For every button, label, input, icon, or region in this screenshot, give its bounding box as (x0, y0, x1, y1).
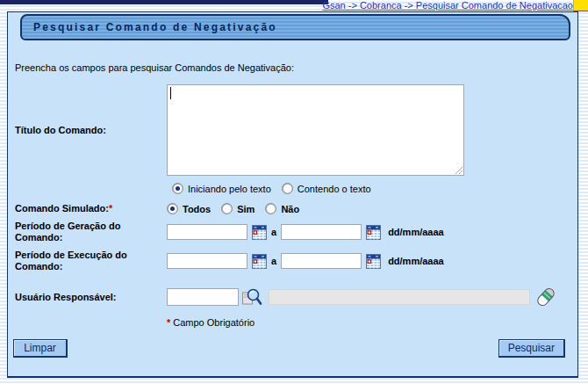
titulo-label: Título do Comando: (8, 125, 167, 136)
calendar-icon[interactable] (366, 225, 381, 240)
radio-label-todos: Todos (183, 204, 211, 214)
search-icon[interactable] (241, 287, 262, 307)
periodo-geracao-label: Período de Geração do Comando: (8, 221, 167, 243)
text-caret (170, 87, 171, 99)
texto-radio-group: Iniciando pelo texto Contendo o texto (8, 183, 577, 194)
radio-iniciando-pelo-texto[interactable] (172, 183, 183, 194)
corner-yellow-decoration (573, 0, 588, 11)
page-title: Pesquisar Comando de Negativação (22, 21, 277, 33)
date-format-hint: dd/mm/aaaa (388, 256, 444, 266)
simulado-label: Comando Simulado:* (8, 203, 167, 214)
page-title-bar: Pesquisar Comando de Negativação (20, 14, 570, 40)
breadcrumb[interactable]: Gsan -> Cobranca -> Pesquisar Comando de… (322, 0, 573, 11)
page-container: Pesquisar Comando de Negativação Preench… (7, 11, 578, 378)
radio-label-sim: Sim (237, 204, 255, 214)
calendar-icon[interactable] (252, 254, 267, 269)
date-range-separator: a (271, 227, 276, 237)
intro-text: Preencha os campos para pesquisar Comand… (15, 62, 294, 73)
intro-row: Preencha os campos para pesquisar Comand… (8, 62, 577, 73)
radio-simulado-sim[interactable] (221, 203, 233, 214)
simulado-required-mark: * (109, 203, 112, 214)
radio-label-nao: Não (281, 204, 299, 214)
execucao-data-final-input[interactable] (281, 253, 362, 269)
limpar-button[interactable]: Limpar (13, 339, 68, 358)
usuario-nome-field (269, 289, 530, 305)
radio-contendo-o-texto[interactable] (282, 183, 293, 194)
simulado-label-text: Comando Simulado: (15, 203, 109, 214)
titulo-row: Título do Comando: (8, 84, 577, 176)
radio-label-iniciando: Iniciando pelo texto (188, 184, 271, 194)
usuario-row: Usuário Responsável: (8, 286, 577, 308)
usuario-codigo-input[interactable] (167, 288, 239, 306)
required-note: * Campo Obrigatório (8, 317, 577, 328)
date-format-hint: dd/mm/aaaa (388, 227, 444, 237)
radio-simulado-nao[interactable] (265, 203, 276, 214)
execucao-data-inicial-input[interactable] (167, 253, 247, 269)
calendar-icon[interactable] (366, 254, 381, 269)
required-note-text: Campo Obrigatório (173, 317, 255, 328)
periodo-execucao-row: Período de Execução do Comando: a dd/mm/… (8, 250, 577, 272)
pesquisar-button[interactable]: Pesquisar (498, 339, 565, 358)
radio-label-contendo: Contendo o texto (298, 184, 371, 194)
eraser-icon[interactable] (534, 286, 557, 308)
required-note-mark: * (167, 317, 170, 328)
top-navy-bar (0, 0, 328, 4)
calendar-icon[interactable] (252, 225, 267, 240)
geracao-data-final-input[interactable] (281, 224, 362, 240)
buttons-row: Limpar Pesquisar (8, 339, 577, 358)
date-range-separator: a (271, 256, 276, 266)
titulo-textarea[interactable] (167, 84, 464, 176)
radio-simulado-todos[interactable] (167, 203, 178, 214)
periodo-execucao-label: Período de Execução do Comando: (8, 250, 167, 272)
usuario-label: Usuário Responsável: (8, 292, 167, 303)
simulado-row: Comando Simulado:* Todos Sim Não (8, 203, 577, 214)
periodo-geracao-row: Período de Geração do Comando: a dd/mm/a… (8, 221, 577, 243)
geracao-data-inicial-input[interactable] (167, 224, 247, 240)
